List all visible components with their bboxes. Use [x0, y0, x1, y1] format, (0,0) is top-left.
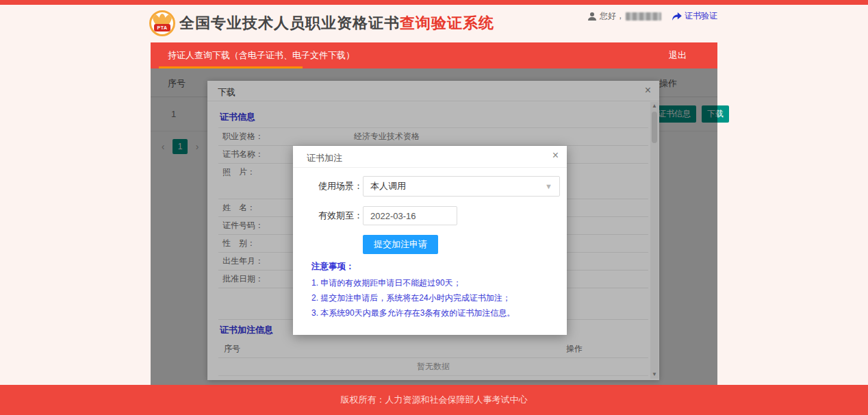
scene-label: 使用场景： — [311, 180, 363, 192]
copyright-text: 版权所有：人力资源和社会保障部人事考试中心 — [341, 394, 528, 406]
pta-logo-text: PTA — [154, 24, 170, 32]
page-title-accent: 查询验证系统 — [400, 14, 494, 32]
greeting-text: 您好， — [600, 10, 624, 22]
notes-title: 注意事项： — [311, 261, 560, 273]
annotation-modal-header: 证书加注 × — [293, 146, 567, 168]
scene-field-row: 使用场景： 本人调用 ▼ — [311, 176, 560, 197]
user-box: 您好， 证书验证 — [587, 10, 717, 22]
pta-logo-icon: PTA — [149, 10, 175, 36]
cert-verify-link[interactable]: 证书验证 — [672, 10, 717, 22]
note-line-1: 1. 申请的有效期距申请日不能超过90天； — [311, 275, 560, 290]
page-footer: 版权所有：人力资源和社会保障部人事考试中心 — [0, 385, 868, 415]
annotation-modal-title: 证书加注 — [307, 152, 342, 164]
scene-select[interactable]: 本人调用 ▼ — [363, 176, 560, 197]
logout-button[interactable]: 退出 — [669, 49, 687, 62]
annotation-modal-close-icon[interactable]: × — [552, 150, 559, 161]
main-nav: 持证人查询下载（含电子证书、电子文件下载） 退出 — [151, 42, 717, 68]
nav-item-holder-download[interactable]: 持证人查询下载（含电子证书、电子文件下载） — [168, 42, 355, 68]
page-title-main: 全国专业技术人员职业资格证书 — [179, 14, 400, 32]
cert-verify-label: 证书验证 — [685, 10, 717, 22]
brand: PTA 全国专业技术人员职业资格证书查询验证系统 — [149, 10, 494, 36]
user-name-redacted — [626, 12, 661, 21]
top-red-bar — [0, 0, 868, 5]
submit-annotation-button[interactable]: 提交加注申请 — [363, 235, 438, 254]
page-header: PTA 全国专业技术人员职业资格证书查询验证系统 您好， 证书验证 — [0, 5, 868, 42]
expire-date-input[interactable] — [363, 206, 457, 225]
expire-label: 有效期至： — [311, 210, 363, 222]
expire-field-row: 有效期至： — [311, 206, 560, 225]
annotation-modal: 证书加注 × 使用场景： 本人调用 ▼ 有效期至： 提交加注申请 注意事项： 1… — [293, 146, 567, 335]
note-line-3: 3. 本系统90天内最多允许存在3条有效的证书加注信息。 — [311, 305, 560, 320]
share-arrow-icon — [672, 12, 682, 21]
content-area: 序号 操作 1 证书信息 下载 ‹ 1 › 下载 × 证书信息 职业资格： — [151, 68, 717, 385]
scene-select-value: 本人调用 — [370, 180, 406, 192]
nav-item-label: 持证人查询下载（含电子证书、电子文件下载） — [168, 49, 355, 62]
notes-block: 注意事项： 1. 申请的有效期距申请日不能超过90天； 2. 提交加注申请后，系… — [311, 261, 560, 320]
page-title: 全国专业技术人员职业资格证书查询验证系统 — [179, 13, 494, 34]
user-icon — [587, 12, 597, 21]
chevron-down-icon: ▼ — [545, 182, 552, 190]
note-line-2: 2. 提交加注申请后，系统将在24小时内完成证书加注； — [311, 290, 560, 305]
